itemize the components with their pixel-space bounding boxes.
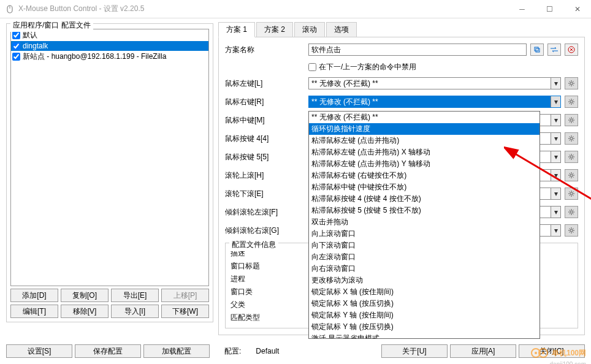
dropdown-item[interactable]: 锁定鼠标 Y 轴 (按住期间) xyxy=(309,309,540,321)
move-up-button[interactable]: 上移[P] xyxy=(161,289,209,302)
about-button[interactable]: 关于[U] xyxy=(381,344,448,358)
gear-icon[interactable] xyxy=(565,77,578,89)
gear-icon[interactable] xyxy=(565,206,578,218)
parent-label: 父类 xyxy=(231,300,310,310)
profile-checkbox[interactable] xyxy=(12,42,20,50)
proc-label: 进程 xyxy=(231,274,310,284)
move-down-button[interactable]: 下移[W] xyxy=(161,305,209,318)
disable-checkbox[interactable] xyxy=(308,63,316,71)
window-controls: ─ ☐ ✕ xyxy=(508,0,591,18)
mapping-label: 鼠标按键 4[4] xyxy=(225,134,305,144)
window-title: X-Mouse Button Control - 设置 v2.20.5 xyxy=(18,4,508,14)
copy-button[interactable]: 复制[O] xyxy=(61,289,109,302)
chevron-down-icon[interactable]: ▾ xyxy=(551,188,560,199)
svg-point-18 xyxy=(542,352,544,354)
dropdown-item[interactable]: 激活 显示器省电模式 xyxy=(309,333,540,339)
mapping-label: 鼠标左键[L] xyxy=(225,78,305,89)
profile-checkbox[interactable] xyxy=(12,31,20,39)
mapping-select[interactable]: ** 无修改 (不拦截) **▾ xyxy=(308,77,561,89)
svg-point-16 xyxy=(535,352,537,354)
export-button[interactable]: 导出[E] xyxy=(111,289,159,302)
gear-icon[interactable] xyxy=(565,151,578,163)
edit-button[interactable]: 编辑[T] xyxy=(10,305,58,318)
mapping-label: 滚轮下滚[E] xyxy=(225,189,305,199)
gear-icon[interactable] xyxy=(565,188,578,200)
svg-point-10 xyxy=(570,174,573,176)
dropdown-item[interactable]: 锁定鼠标 X 轴 (按住期间) xyxy=(309,286,540,298)
class-label: 窗口类 xyxy=(231,287,310,297)
settings-button[interactable]: 设置[S] xyxy=(6,344,72,358)
chevron-down-icon[interactable]: ▾ xyxy=(551,133,560,144)
profile-item[interactable]: 新站点 - huangbo@192.168.1.199 - FileZilla xyxy=(11,51,208,63)
mapping-label: 倾斜滚轮右滚[G] xyxy=(225,226,305,236)
dropdown-item[interactable]: 向右滚动窗口 xyxy=(309,263,540,275)
swap-scheme-button[interactable] xyxy=(547,44,561,56)
minimize-button[interactable]: ─ xyxy=(508,0,536,18)
gear-icon[interactable] xyxy=(565,169,578,181)
profile-item[interactable]: dingtalk xyxy=(11,41,208,51)
right-panel: 方案 1 方案 2 滚动 选项 方案名称 在下一/上一方案的命令中禁用 鼠标左键… xyxy=(218,22,585,335)
left-panel: 应用程序/窗口 配置文件 默认dingtalk新站点 - huangbo@192… xyxy=(6,22,213,335)
remove-button[interactable]: 移除[V] xyxy=(61,305,109,318)
config-label: 配置: xyxy=(224,346,241,357)
dropdown-item[interactable]: 粘滞鼠标左键 (点击并拖动) X 轴移动 xyxy=(309,146,540,158)
match-label: 匹配类型 xyxy=(231,313,310,323)
copy-scheme-button[interactable] xyxy=(530,44,544,56)
svg-point-7 xyxy=(570,119,573,121)
svg-rect-3 xyxy=(536,48,540,52)
chevron-down-icon[interactable]: ▾ xyxy=(551,78,560,89)
dropdown-item[interactable]: 向上滚动窗口 xyxy=(309,228,540,240)
profiles-group-title: 应用程序/窗口 配置文件 xyxy=(10,19,93,32)
dropdown-item[interactable]: ** 无修改 (不拦截) ** xyxy=(309,112,540,123)
import-button[interactable]: 导入[I] xyxy=(111,305,159,318)
dropdown-item[interactable]: 向下滚动窗口 xyxy=(309,240,540,251)
dropdown-item[interactable]: 粘滞鼠标右键 (右键按住不放) xyxy=(309,170,540,181)
mapping-label: 鼠标中键[M] xyxy=(225,115,305,126)
chevron-down-icon[interactable]: ▾ xyxy=(551,115,560,126)
dropdown-item[interactable]: 粘滞鼠标按键 4 (按键 4 按住不放) xyxy=(309,193,540,205)
dropdown-item[interactable]: 粘滞鼠标左键 (点击并拖动) Y 轴移动 xyxy=(309,158,540,170)
chevron-down-icon[interactable]: ▾ xyxy=(551,170,560,181)
dropdown-item[interactable]: 锁定鼠标 Y 轴 (按压切换) xyxy=(309,321,540,333)
chevron-down-icon[interactable]: ▾ xyxy=(551,207,560,218)
svg-point-6 xyxy=(570,100,573,103)
chevron-down-icon[interactable]: ▾ xyxy=(551,151,560,162)
profile-checkbox[interactable] xyxy=(12,53,20,61)
scheme-name-input[interactable] xyxy=(308,44,527,56)
tab-scroll[interactable]: 滚动 xyxy=(294,22,325,37)
watermark-url: danji100.com xyxy=(550,361,586,364)
chevron-down-icon[interactable]: ▾ xyxy=(551,96,560,107)
delete-scheme-button[interactable] xyxy=(565,44,578,56)
gear-icon[interactable] xyxy=(565,96,578,108)
chevron-down-icon[interactable]: ▾ xyxy=(551,225,560,236)
button-mapping-row: 鼠标右键[R]** 无修改 (不拦截) **▾ xyxy=(225,96,578,108)
gear-icon[interactable] xyxy=(565,224,578,237)
gear-icon[interactable] xyxy=(565,132,578,145)
dropdown-item[interactable]: 锁定鼠标 X 轴 (按压切换) xyxy=(309,298,540,309)
mapping-value: ** 无修改 (不拦截) ** xyxy=(311,78,378,89)
save-config-button[interactable]: 保存配置 xyxy=(75,344,141,358)
dropdown-menu[interactable]: ** 无修改 (不拦截) **循环切换指针速度粘滞鼠标左键 (点击并拖动)粘滞鼠… xyxy=(308,111,540,339)
gear-icon[interactable] xyxy=(565,114,578,126)
bottom-bar: 设置[S] 保存配置 加载配置 配置: Default 关于[U] 应用[A] … xyxy=(0,339,591,363)
dropdown-item[interactable]: 更改移动为滚动 xyxy=(309,275,540,286)
dropdown-item[interactable]: 粘滞鼠标按键 5 (按键 5 按住不放) xyxy=(309,205,540,216)
dropdown-item[interactable]: 粘滞鼠标左键 (点击并拖动) xyxy=(309,135,540,146)
dropdown-item[interactable]: 向左滚动窗口 xyxy=(309,251,540,263)
close-button[interactable]: ✕ xyxy=(563,0,591,18)
add-button[interactable]: 添加[D] xyxy=(10,289,58,302)
tab-scheme1[interactable]: 方案 1 xyxy=(218,22,255,37)
apply-button[interactable]: 应用[A] xyxy=(450,344,516,358)
tab-scheme2[interactable]: 方案 2 xyxy=(256,22,293,37)
dropdown-item[interactable]: 双击并拖动 xyxy=(309,216,540,228)
mapping-select[interactable]: ** 无修改 (不拦截) **▾ xyxy=(308,96,561,108)
maximize-button[interactable]: ☐ xyxy=(536,0,563,18)
dropdown-item[interactable]: 粘滞鼠标中键 (中键按住不放) xyxy=(309,181,540,193)
dropdown-item[interactable]: 循环切换指针速度 xyxy=(309,123,540,135)
tab-options[interactable]: 选项 xyxy=(326,22,357,37)
load-config-button[interactable]: 加载配置 xyxy=(143,344,210,358)
profile-list[interactable]: 默认dingtalk新站点 - huangbo@192.168.1.199 - … xyxy=(10,29,209,286)
svg-rect-2 xyxy=(535,47,538,51)
svg-point-11 xyxy=(570,192,573,195)
svg-point-12 xyxy=(570,211,573,213)
